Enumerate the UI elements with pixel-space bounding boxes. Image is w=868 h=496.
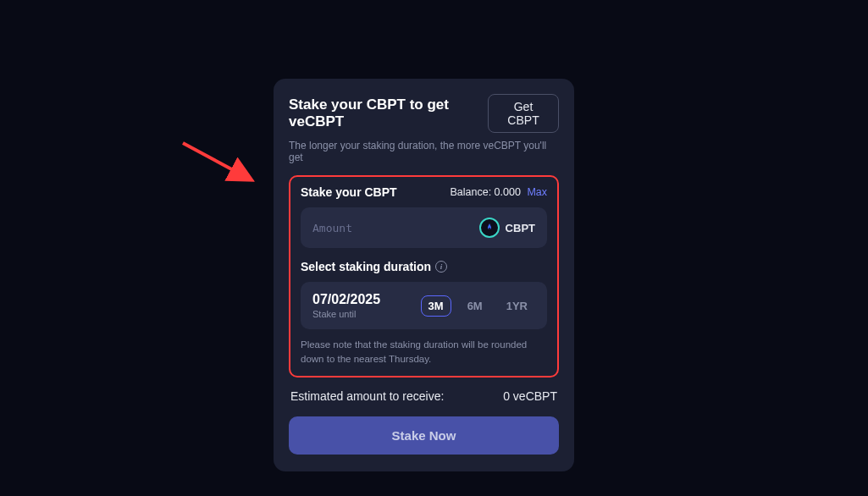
duration-pill-group: 3M 6M 1YR <box>421 295 535 317</box>
card-subtitle: The longer your staking duration, the mo… <box>289 140 559 163</box>
highlighted-section: Stake your CBPT Balance: 0.000 Max CBPT … <box>289 175 559 378</box>
balance-label: Balance: <box>450 186 491 198</box>
balance-value: 0.000 <box>495 186 521 198</box>
estimate-row: Estimated amount to receive: 0 veCBPT <box>289 389 559 403</box>
duration-box: 07/02/2025 Stake until 3M 6M 1YR <box>301 282 547 329</box>
svg-point-0 <box>489 228 490 229</box>
info-icon[interactable]: i <box>435 261 447 273</box>
card-title: Stake your CBPT to get veCBPT <box>289 96 488 130</box>
duration-option-6m[interactable]: 6M <box>460 295 490 317</box>
cbpt-token-icon <box>479 218 500 238</box>
stake-header-row: Stake your CBPT Balance: 0.000 Max <box>301 185 547 199</box>
card-header: Stake your CBPT to get veCBPT Get CBPT <box>289 94 559 133</box>
stake-now-button[interactable]: Stake Now <box>289 416 559 455</box>
stake-until-date: 07/02/2025 <box>312 292 380 307</box>
duration-option-1yr[interactable]: 1YR <box>499 295 535 317</box>
estimate-value: 0 veCBPT <box>503 389 557 403</box>
stake-card: Stake your CBPT to get veCBPT Get CBPT T… <box>274 79 574 471</box>
annotation-arrow-icon <box>180 138 260 189</box>
duration-label: Select staking duration <box>301 260 431 273</box>
duration-option-3m[interactable]: 3M <box>421 295 451 317</box>
amount-input-box: CBPT <box>301 207 547 248</box>
get-cbpt-button[interactable]: Get CBPT <box>488 94 559 133</box>
svg-line-1 <box>183 143 249 179</box>
estimate-label: Estimated amount to receive: <box>290 389 444 403</box>
duration-label-row: Select staking duration i <box>301 260 547 273</box>
token-symbol: CBPT <box>506 222 535 234</box>
balance-display: Balance: 0.000 Max <box>450 186 547 198</box>
stake-until-caption: Stake until <box>312 309 380 319</box>
amount-input[interactable] <box>312 222 446 234</box>
duration-note: Please note that the staking duration wi… <box>301 338 547 366</box>
max-button[interactable]: Max <box>527 186 547 198</box>
token-chip: CBPT <box>479 218 535 238</box>
stake-until-column: 07/02/2025 Stake until <box>312 292 380 319</box>
stake-amount-label: Stake your CBPT <box>301 185 397 199</box>
